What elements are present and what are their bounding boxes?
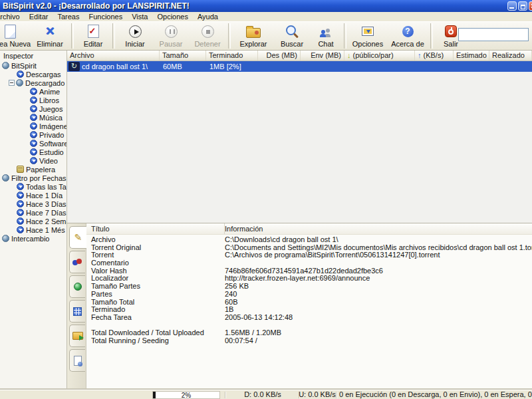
sidebar-item-intercambio[interactable]: Intercambio [0, 234, 66, 243]
sidebar-item-hace-2-semanas[interactable]: Hace 2 Semanas [0, 217, 66, 225]
tab-general[interactable] [69, 226, 86, 249]
chat-button[interactable]: Chat [310, 22, 342, 50]
sidebar-item-hace-1-dia[interactable]: Hace 1 Día [0, 191, 66, 200]
menu-archivo[interactable]: Archivo [0, 12, 25, 21]
details-rows: ArchivoC:\Downloads\cd dragon ball ost 1… [86, 235, 532, 345]
restore-button[interactable] [518, 1, 527, 11]
sidebar-item-software[interactable]: Software [0, 139, 66, 148]
button-label: Eliminar [37, 40, 63, 48]
menu-vista[interactable]: Vista [128, 12, 153, 21]
options-button[interactable]: Opciones [348, 22, 387, 50]
detail-title: Tamaño Total [86, 299, 225, 307]
progress-bar-fill [153, 392, 156, 398]
tab-tracker[interactable] [69, 275, 85, 298]
sidebar-item-papelera[interactable]: Papelera [0, 165, 66, 174]
detail-info: 746b86fe606d7314591a427b1d22dedad2fbe3c6 [225, 267, 532, 275]
explore-button[interactable]: Explorar [233, 22, 274, 50]
column-estimado[interactable]: Estimado [454, 51, 489, 61]
column-env-mb[interactable]: Env (MB) [301, 51, 344, 61]
button-label: Acerca de [391, 40, 424, 48]
tree-label: Filtro por Fechas [11, 174, 66, 182]
download-speed: D: 0.0 KB/s [229, 390, 296, 399]
download-category-icon [17, 183, 24, 190]
trash-icon [17, 166, 24, 173]
search-button[interactable]: Buscar [274, 22, 310, 50]
column-kbs[interactable]: (KB/s) [415, 51, 454, 61]
new-task-button[interactable]: Tarea Nueva [0, 22, 31, 50]
toolbar: Tarea Nueva Eliminar Editar Iniciar Paus… [0, 21, 532, 51]
download-category-icon [17, 70, 24, 78]
detail-row: Tamaño Total60B [86, 299, 532, 307]
sidebar-item-anime[interactable]: Anime [0, 87, 66, 96]
menu-funciones[interactable]: Funciones [84, 12, 128, 21]
sidebar-item-privado[interactable]: Privado [0, 130, 66, 139]
sidebar-item-musica[interactable]: Música [0, 113, 66, 122]
tab-files[interactable] [69, 325, 85, 347]
button-label: Tarea Nueva [0, 40, 31, 48]
toolbar-separator [228, 23, 231, 49]
sidebar-item-filtro-por-fechas[interactable]: Filtro por Fechas [0, 174, 66, 182]
start-button[interactable]: Iniciar [117, 22, 153, 50]
column-publico-par[interactable]: (público/par) [344, 51, 415, 61]
sidebar-item-bitspirit[interactable]: BitSpirit [0, 61, 66, 70]
tab-peers[interactable] [69, 251, 85, 273]
sidebar-item-hace-1-mes[interactable]: Hace 1 Més [0, 225, 66, 234]
task-name: cd dragon ball ost 1\ [82, 63, 160, 70]
button-label: Salir [444, 40, 458, 48]
sidebar-item-imagenes[interactable]: Imágenes [0, 122, 66, 130]
detail-row: ArchivoC:\Downloads\cd dragon ball ost 1… [86, 236, 532, 244]
details-column-informacion[interactable]: Información [225, 223, 532, 234]
tree-label: Anime [39, 88, 60, 96]
edit-button[interactable]: Editar [76, 22, 110, 50]
detail-row: TorrentC:\Archivos de programa\BitSpirit… [86, 251, 532, 259]
sidebar-item-hace-7-dias[interactable]: Hace 7 Días [0, 208, 66, 217]
peers-icon [72, 259, 82, 266]
sidebar-item-descargas[interactable]: Descargas [0, 70, 66, 78]
detail-title: Fecha Tarea [86, 314, 225, 322]
sidebar-item-descargado[interactable]: Descargado [0, 78, 66, 87]
toolbar-separator [112, 23, 115, 49]
sidebar-item-juegos[interactable]: Juegos [0, 104, 66, 113]
task-row-selected[interactable]: cd dragon ball ost 1\ 60MB 1MB [2%] [67, 61, 532, 72]
collapse-minus-icon[interactable] [9, 80, 15, 86]
menu-editar[interactable]: Editar [25, 12, 54, 21]
detail-row-spacer [86, 322, 532, 330]
search-input[interactable] [458, 28, 529, 41]
details-column-titulo[interactable]: Título [86, 223, 225, 234]
detail-info [225, 259, 532, 267]
detail-info: 2005-06-13 14:12:48 [225, 314, 532, 322]
download-category-icon [30, 114, 37, 121]
globe-icon [2, 235, 9, 242]
close-button[interactable] [529, 1, 532, 11]
minimize-button[interactable] [507, 1, 517, 11]
sidebar-item-estudio[interactable]: Estudio [0, 148, 66, 156]
sidebar-item-video[interactable]: Video [0, 156, 66, 165]
detail-title: Tamaño Partes [86, 283, 225, 291]
column-terminado[interactable]: Terminado [206, 51, 258, 61]
sidebar-item-hace-3-dias[interactable]: Hace 3 Días [0, 200, 66, 208]
down-arrow-icon [347, 51, 353, 59]
column-tamano[interactable]: Tamaño [160, 51, 206, 61]
tab-pieces[interactable] [69, 300, 85, 323]
about-button[interactable]: Acerca de [387, 22, 428, 50]
sidebar-item-todas-las-tareas[interactable]: Todas las Tareas [0, 182, 66, 191]
edit-note-icon [88, 24, 99, 39]
menu-opciones[interactable]: Opciones [154, 12, 194, 21]
column-archivo[interactable]: Archivo [67, 51, 160, 61]
menu-tareas[interactable]: Tareas [53, 12, 84, 21]
delete-button[interactable]: Eliminar [31, 22, 69, 50]
menu-ayuda[interactable]: Ayuda [194, 12, 223, 21]
sidebar-item-libros[interactable]: Libros [0, 96, 66, 104]
details-panel: Título Información ArchivoC:\Downloads\c… [67, 223, 532, 390]
download-category-icon [30, 122, 37, 130]
question-mark-icon [402, 24, 414, 39]
upload-speed: U: 0.0 KB/s [287, 390, 347, 399]
detail-info: C:\Archivos de programa\BitSpirit\Torren… [225, 251, 532, 259]
window-controls [507, 1, 532, 11]
column-realizado[interactable]: Realizado [489, 51, 532, 61]
column-des-mb[interactable]: Des (MB) [258, 51, 301, 61]
sidebar-header: Inspector [0, 51, 66, 61]
toolbar-separator [344, 23, 346, 49]
tab-log[interactable] [69, 349, 85, 372]
tree-label: Estudio [39, 148, 64, 156]
